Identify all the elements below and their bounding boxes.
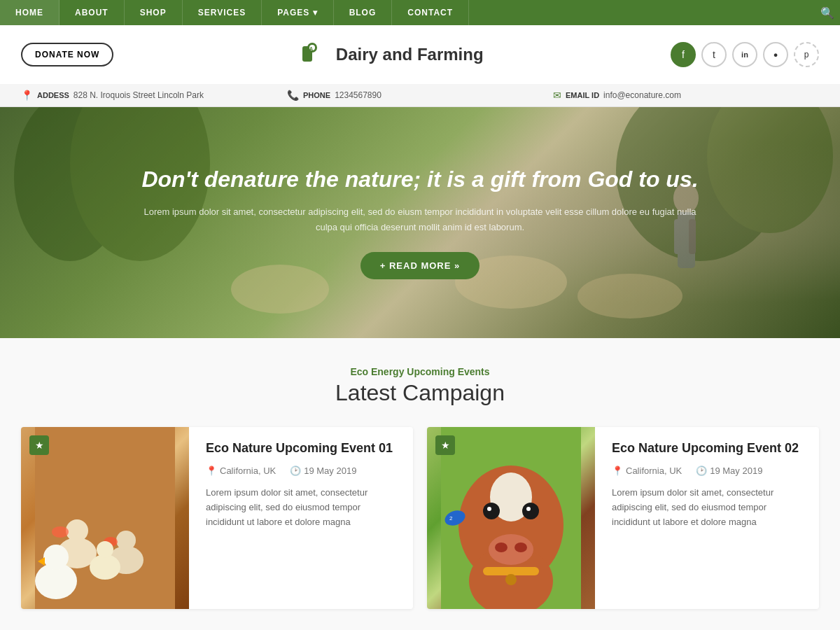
star-badge-1: ★ — [29, 435, 49, 455]
campaign-grid: ★ Eco Nature Upcoming Event 01 📍 Califor… — [21, 427, 819, 609]
svg-point-35 — [526, 507, 531, 511]
svg-rect-9 — [259, 279, 301, 300]
instagram-icon[interactable]: ● — [763, 42, 788, 67]
svg-point-23 — [90, 554, 120, 580]
address-value: 828 N. Iroquois Street Lincoln Park — [74, 90, 204, 100]
svg-point-42 — [505, 574, 517, 585]
svg-point-21 — [116, 531, 136, 550]
campaign-card-1: ★ Eco Nature Upcoming Event 01 📍 Califor… — [21, 427, 413, 609]
section-title: Latest Campaign — [21, 380, 819, 406]
phone-icon: 📞 — [287, 90, 299, 101]
svg-point-11 — [578, 274, 682, 318]
campaign-meta-2: 📍 California, UK 🕑 19 May 2019 — [612, 465, 802, 476]
svg-point-33 — [522, 503, 539, 519]
site-logo[interactable]: A Dairy and Farming — [301, 41, 484, 69]
nav-blog[interactable]: BLOG — [334, 0, 393, 25]
facebook-icon[interactable]: f — [671, 42, 696, 67]
nav-about[interactable]: ABOUT — [59, 0, 125, 25]
campaign-date-2: 🕑 19 May 2019 — [696, 465, 762, 476]
address-info: 📍 ADDESS 828 N. Iroquois Street Lincoln … — [21, 90, 287, 101]
donate-button[interactable]: DONATE NOW — [21, 43, 113, 66]
calendar-icon-2: 🕑 — [696, 465, 707, 476]
nav-home[interactable]: HOME — [0, 0, 59, 25]
twitter-icon[interactable]: t — [701, 42, 727, 67]
svg-point-36 — [489, 534, 533, 565]
nav-pages[interactable]: PAGES ▾ — [262, 0, 333, 25]
campaign-location-2: 📍 California, UK — [612, 465, 682, 476]
phone-label: PHONE — [303, 91, 330, 99]
svg-point-37 — [495, 542, 507, 552]
search-icon[interactable]: 🔍 — [815, 0, 840, 25]
campaign-body-2: Eco Nature Upcoming Event 02 📍 Californi… — [595, 427, 819, 609]
social-icons-group: f t in ● p — [671, 42, 819, 67]
campaign-location-1: 📍 California, UK — [206, 465, 276, 476]
campaign-image-2: 2 ★ — [427, 427, 595, 609]
phone-value: 1234567890 — [335, 90, 382, 100]
campaign-desc-2: Lorem ipsum dolor sit amet, consectetur … — [612, 486, 802, 529]
site-header: DONATE NOW A Dairy and Farming f t in ● … — [0, 25, 840, 84]
campaign-desc-1: Lorem ipsum dolor sit amet, consectetur … — [206, 486, 396, 529]
svg-text:2: 2 — [449, 515, 453, 522]
campaign-title-1: Eco Nature Upcoming Event 01 — [206, 441, 396, 456]
logo-icon: A — [301, 41, 329, 69]
section-eyebrow: Eco Energy Upcoming Events — [21, 366, 819, 377]
location-icon-1: 📍 — [206, 465, 217, 476]
hero-section: Don't denature the nature; it is a gift … — [0, 107, 840, 338]
email-value: info@econature.com — [603, 90, 681, 100]
email-icon: ✉ — [553, 90, 561, 101]
read-more-button[interactable]: READ MORE » — [360, 252, 480, 279]
hero-content: Don't denature the nature; it is a gift … — [140, 166, 700, 279]
main-nav: HOME ABOUT SHOP SERVICES PAGES ▾ BLOG CO… — [0, 0, 840, 25]
svg-point-26 — [43, 545, 69, 570]
nav-shop[interactable]: SHOP — [125, 0, 183, 25]
campaign-image-1: ★ — [21, 427, 189, 609]
svg-text:A: A — [309, 46, 313, 51]
campaign-meta-1: 📍 California, UK 🕑 19 May 2019 — [206, 465, 396, 476]
hero-title: Don't denature the nature; it is a gift … — [140, 166, 700, 192]
star-badge-2: ★ — [435, 435, 455, 455]
address-label: ADDESS — [37, 91, 69, 99]
calendar-icon-1: 🕑 — [290, 465, 301, 476]
nav-services[interactable]: SERVICES — [183, 0, 262, 25]
campaigns-section: Eco Energy Upcoming Events Latest Campai… — [0, 338, 840, 630]
svg-point-32 — [483, 503, 500, 519]
location-icon-2: 📍 — [612, 465, 623, 476]
svg-point-18 — [66, 519, 88, 542]
phone-info: 📞 PHONE 1234567890 — [287, 90, 553, 101]
svg-point-38 — [514, 542, 527, 552]
pinterest-icon[interactable]: p — [794, 42, 819, 67]
email-info: ✉ EMAIL ID info@econature.com — [553, 90, 819, 101]
campaign-body-1: Eco Nature Upcoming Event 01 📍 Californi… — [189, 427, 413, 609]
svg-point-19 — [52, 526, 69, 538]
svg-point-24 — [97, 541, 113, 558]
info-bar: 📍 ADDESS 828 N. Iroquois Street Lincoln … — [0, 84, 840, 107]
campaign-card-2: 2 ★ Eco Nature Upcoming Event 02 📍 Calif… — [427, 427, 819, 609]
svg-point-34 — [487, 507, 491, 511]
email-label: EMAIL ID — [566, 91, 599, 99]
campaign-title-2: Eco Nature Upcoming Event 02 — [612, 441, 802, 456]
linkedin-icon[interactable]: in — [732, 42, 757, 67]
location-icon: 📍 — [21, 90, 33, 101]
hero-subtitle: Lorem ipsum dolor sit amet, consectetur … — [140, 204, 700, 235]
campaign-date-1: 🕑 19 May 2019 — [290, 465, 356, 476]
nav-contact[interactable]: CONTACT — [392, 0, 469, 25]
logo-text: Dairy and Farming — [336, 45, 484, 64]
